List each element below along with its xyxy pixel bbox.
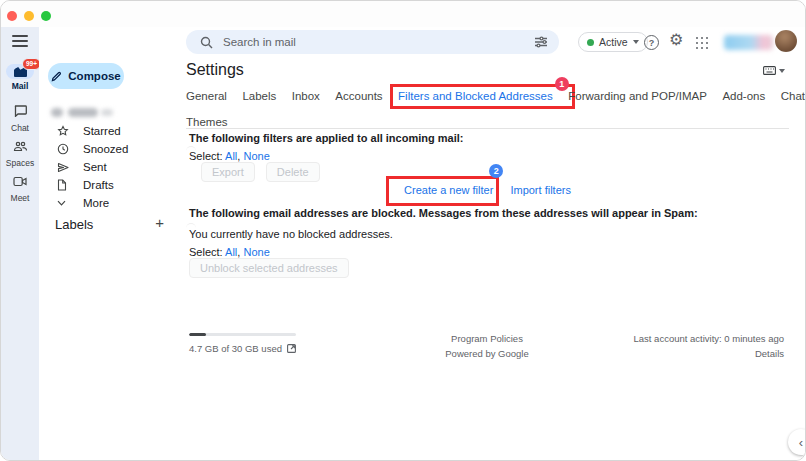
compose-button[interactable]: Compose [48, 63, 124, 89]
help-icon[interactable]: ? [644, 35, 659, 50]
tab-labels[interactable]: Labels [242, 90, 276, 102]
unblock-selected-button[interactable]: Unblock selected addresses [189, 258, 349, 278]
storage-text: 4.7 GB of 30 GB used [189, 343, 282, 354]
redacted-icon [51, 108, 63, 117]
blocked-actions-row: Unblock selected addresses [189, 258, 357, 278]
blocked-empty-text: You currently have no blocked addresses. [189, 228, 393, 240]
settings-tabs: General Labels Inbox Accounts Filters an… [186, 86, 806, 104]
rail-spaces-label: Spaces [1, 158, 39, 168]
send-icon [57, 162, 71, 173]
tab-chat-and-meet[interactable]: Chat and Meet [781, 90, 806, 102]
inbox-row-redacted[interactable] [39, 104, 178, 121]
chevron-down-icon [57, 200, 71, 206]
chat-icon [14, 105, 27, 117]
clock-icon [57, 143, 71, 155]
blocked-section-heading: The following email addresses are blocke… [189, 207, 789, 219]
rail-item-spaces[interactable]: Spaces [1, 138, 39, 168]
storage-meter-fill [189, 333, 206, 336]
export-button[interactable]: Export [201, 162, 255, 182]
draft-icon [57, 179, 71, 191]
filters-section-heading: The following filters are applied to all… [189, 132, 789, 144]
rail-item-chat[interactable]: Chat [1, 103, 39, 133]
maximize-window-button[interactable] [41, 11, 51, 21]
sidebar-item-label: Snoozed [83, 143, 128, 155]
annotation-step-2-badge: 2 [489, 164, 503, 178]
mail-active-pill: 99+ [6, 64, 34, 79]
external-link-icon[interactable] [287, 344, 296, 353]
topbar: Search in mail Active ? ⚙ [178, 27, 805, 59]
redacted-label [68, 108, 98, 117]
tab-themes[interactable]: Themes [186, 116, 228, 128]
search-options-icon[interactable] [534, 35, 548, 49]
select-label: Select: [189, 150, 223, 162]
tab-accounts[interactable]: Accounts [335, 90, 382, 102]
account-avatar[interactable] [775, 30, 797, 52]
compose-label: Compose [68, 70, 120, 82]
footer-right: Last account activity: 0 minutes ago Det… [634, 332, 785, 361]
gear-icon[interactable]: ⚙ [669, 32, 683, 48]
create-label-button[interactable]: + [155, 215, 164, 230]
last-activity-text: Last account activity: 0 minutes ago [634, 332, 785, 347]
select-label: Select: [189, 246, 223, 258]
sidebar-item-starred[interactable]: Starred [39, 122, 178, 140]
select-all-link[interactable]: All [225, 246, 237, 258]
window-controls [7, 11, 51, 21]
macos-titlebar [1, 1, 805, 27]
active-status-dot [587, 39, 594, 46]
meet-icon [13, 176, 27, 187]
account-name-redacted [724, 35, 773, 50]
create-filter-wrap: Create a new filter 2 [404, 184, 493, 196]
create-new-filter-link[interactable]: Create a new filter [404, 184, 493, 196]
redacted-count [101, 109, 113, 116]
select-separator: , [237, 150, 240, 162]
status-selector[interactable]: Active [578, 32, 648, 52]
rail-mail-label: Mail [1, 81, 39, 91]
input-tools-caret-icon [779, 69, 785, 73]
tab-inbox[interactable]: Inbox [292, 90, 320, 102]
sidebar-item-label: Drafts [83, 179, 114, 191]
sidebar-item-drafts[interactable]: Drafts [39, 176, 178, 194]
minimize-window-button[interactable] [24, 11, 34, 21]
mail-sidebar: Compose Starred Snoozed Sent [39, 27, 178, 460]
star-icon [57, 125, 71, 137]
import-filters-link[interactable]: Import filters [510, 184, 571, 196]
rail-item-meet[interactable]: Meet [1, 173, 39, 203]
main-menu-icon[interactable] [12, 35, 28, 47]
sidebar-item-sent[interactable]: Sent [39, 158, 178, 176]
settings-main: Settings General Labels Inbox Accounts F… [178, 59, 805, 460]
input-tools-button[interactable] [763, 66, 785, 75]
sidebar-item-more[interactable]: More [39, 194, 178, 212]
filters-select-row: Select: All, None [189, 150, 270, 162]
divider [186, 128, 789, 129]
tab-forwarding-pop-imap[interactable]: Forwarding and POP/IMAP [568, 90, 707, 102]
select-all-link[interactable]: All [225, 150, 237, 162]
search-input[interactable]: Search in mail [186, 30, 559, 54]
tab-filters-and-blocked-addresses[interactable]: Filters and Blocked Addresses 1 [398, 90, 553, 102]
select-separator: , [237, 246, 240, 258]
filters-actions-row: Export Delete [201, 162, 328, 182]
close-window-button[interactable] [7, 11, 17, 21]
labels-heading: Labels [55, 217, 93, 232]
rail-meet-label: Meet [1, 193, 39, 203]
storage-meter[interactable] [189, 333, 296, 336]
spaces-icon [13, 140, 28, 152]
status-label: Active [599, 36, 628, 48]
sidebar-item-label: Starred [83, 125, 121, 137]
tab-add-ons[interactable]: Add-ons [722, 90, 765, 102]
select-none-link[interactable]: None [243, 246, 269, 258]
apps-grid-icon[interactable] [696, 37, 708, 49]
filter-links-row: Create a new filter 2 Import filters [186, 184, 789, 196]
select-none-link[interactable]: None [243, 150, 269, 162]
page-title: Settings [186, 61, 244, 79]
rail-item-mail[interactable]: 99+ Mail [1, 64, 39, 91]
annotation-step-1-badge: 1 [555, 77, 569, 91]
keyboard-icon [763, 66, 776, 75]
sidebar-item-label: More [83, 197, 109, 209]
pencil-icon [51, 71, 62, 82]
sidebar-item-snoozed[interactable]: Snoozed [39, 140, 178, 158]
search-icon[interactable] [200, 36, 213, 49]
tab-general[interactable]: General [186, 90, 227, 102]
delete-button[interactable]: Delete [266, 162, 320, 182]
status-caret-icon [633, 40, 639, 44]
details-link[interactable]: Details [634, 347, 785, 362]
